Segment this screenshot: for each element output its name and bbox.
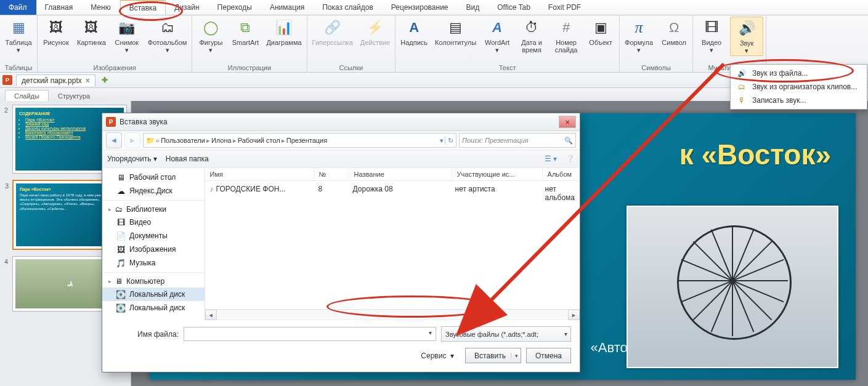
textbox-button[interactable]: AНадпись	[398, 17, 430, 47]
menu-item-record-sound[interactable]: 🎙Записать звук...	[732, 94, 865, 107]
sidebar-item-images[interactable]: 🖼Изображения	[102, 243, 205, 256]
hyperlink-button[interactable]: 🔗Гиперссылка	[310, 17, 355, 47]
sidebar-item-localdisk[interactable]: 💽Локальный диск	[102, 287, 205, 301]
sidebar-item-desktop[interactable]: 🖥Рабочий стол	[102, 171, 205, 184]
ribbon-group-label: Текст	[398, 63, 617, 72]
tab-menu[interactable]: Меню	[82, 0, 120, 15]
tab-review[interactable]: Рецензирование	[383, 0, 458, 15]
file-tab[interactable]: Файл	[0, 0, 36, 15]
dialog-title: Вставка звука	[120, 118, 168, 126]
collapse-icon: ▸	[108, 206, 112, 212]
table-button[interactable]: ▦Таблица ▾	[2, 17, 34, 55]
sidebar-item-yandexdisk[interactable]: ☁Яндекс.Диск	[102, 184, 205, 198]
nav-forward-button[interactable]: ►	[124, 132, 140, 148]
file-list-header[interactable]: Имя № Название Участвующие ис... Альбом	[205, 168, 580, 181]
nav-back-button[interactable]: ◄	[106, 132, 122, 148]
view-tab-outline[interactable]: Структура	[49, 90, 99, 102]
document-tab[interactable]: детский парк.pptx ×	[16, 74, 95, 86]
dialog-close-button[interactable]: ✕	[559, 116, 576, 128]
scroll-left-icon[interactable]: ◄	[205, 310, 217, 320]
ribbon-group-label: Изображения	[40, 63, 189, 72]
col-num[interactable]: №	[314, 168, 349, 180]
chevron-down-icon[interactable]: ▾	[440, 137, 444, 145]
photoalbum-button[interactable]: 🗂Фотоальбом ▾	[145, 17, 190, 55]
powerpoint-icon: P	[106, 117, 116, 127]
col-album[interactable]: Альбом	[543, 168, 580, 180]
refresh-icon[interactable]: ↻	[445, 137, 453, 145]
computer-icon: 🖥	[115, 277, 123, 286]
crumb[interactable]: Презентация	[286, 137, 327, 144]
new-folder-button[interactable]: Новая папка	[166, 155, 209, 163]
new-tab-button[interactable]: ✚	[99, 76, 110, 84]
scroll-track[interactable]	[217, 310, 568, 320]
col-name[interactable]: Имя	[205, 168, 314, 180]
crumb[interactable]: Пользователи	[161, 137, 205, 144]
crumb[interactable]: Илона	[211, 137, 232, 144]
ribbon-group-links: 🔗Гиперссылка ⚡Действие Ссылки	[307, 15, 396, 72]
video-button[interactable]: 🎞Видео ▾	[696, 17, 728, 55]
wordart-button[interactable]: AWordArt ▾	[481, 17, 513, 55]
sidebar-head-libraries[interactable]: ▸🗂Библиотеки	[102, 203, 205, 215]
shapes-button[interactable]: ◯Фигуры ▾	[195, 17, 227, 55]
tab-officetab[interactable]: Office Tab	[489, 0, 540, 15]
headerfooter-button[interactable]: ▤Колонтитулы	[432, 17, 479, 47]
menu-item-sound-from-organizer[interactable]: 🗂Звук из организатора клипов...	[732, 80, 865, 94]
sidebar-item-documents[interactable]: 📄Документы	[102, 229, 205, 243]
dialog-sidebar[interactable]: 🖥Рабочий стол ☁Яндекс.Диск ▸🗂Библиотеки …	[102, 168, 205, 320]
tab-insert[interactable]: Вставка	[120, 0, 166, 15]
action-button[interactable]: ⚡Действие	[358, 17, 392, 47]
slidenum-button[interactable]: #Номер слайда	[550, 17, 582, 55]
col-artist[interactable]: Участвующие ис...	[452, 168, 543, 180]
dialog-titlebar[interactable]: P Вставка звука ✕	[102, 113, 580, 131]
view-options-icon[interactable]: ☰ ▾	[545, 155, 557, 163]
tab-transitions[interactable]: Переходы	[209, 0, 261, 15]
view-tab-slides[interactable]: Слайды	[5, 90, 49, 102]
crumb[interactable]: Рабочий стол	[238, 137, 280, 144]
ribbon-group-text: AНадпись ▤Колонтитулы AWordArt ▾ ⏱Дата и…	[395, 15, 620, 72]
object-button[interactable]: ▣Объект	[585, 17, 617, 47]
sidebar-item-video[interactable]: 🎞Видео	[102, 215, 205, 229]
help-icon[interactable]: ❔	[566, 155, 575, 163]
symbol-button[interactable]: ΩСимвол	[658, 17, 690, 47]
menu-bar: Файл Главная Меню Вставка Дизайн Переход…	[0, 0, 868, 15]
tab-view[interactable]: Вид	[458, 0, 489, 15]
chart-button[interactable]: 📊Диаграмма	[264, 17, 304, 47]
tab-animation[interactable]: Анимация	[261, 0, 314, 15]
tab-foxit[interactable]: Foxit PDF	[540, 0, 590, 15]
smartart-button[interactable]: ⧉SmartArt	[229, 17, 261, 47]
tab-design[interactable]: Дизайн	[166, 0, 208, 15]
datetime-button[interactable]: ⏱Дата и время	[516, 17, 548, 55]
slide-number: 3	[5, 182, 9, 190]
col-title[interactable]: Название	[349, 168, 452, 180]
filename-input[interactable]: ▾	[184, 327, 436, 341]
organize-button[interactable]: Упорядочить ▾	[107, 155, 157, 163]
tab-home[interactable]: Главная	[36, 0, 83, 15]
chevron-down-icon[interactable]: ▾	[429, 329, 432, 336]
sidebar-head-computer[interactable]: ▸🖥Компьютер	[102, 275, 205, 287]
close-document-icon[interactable]: ×	[86, 76, 90, 85]
screenshot-button[interactable]: 📷Снимок ▾	[111, 17, 143, 55]
picture-button[interactable]: 🖼Рисунок	[40, 17, 72, 47]
audio-button[interactable]: 🔊Звук ▾	[730, 17, 763, 56]
ribbon-group-label: Таблицы	[2, 63, 34, 72]
file-filter-combo[interactable]: Звуковые файлы (*.adts;*.adt;	[441, 326, 571, 342]
ribbon-group-label: Иллюстрации	[195, 63, 304, 72]
clipart-button[interactable]: 🖼Картинка	[75, 17, 108, 47]
sidebar-item-music[interactable]: 🎵Музыка	[102, 256, 205, 270]
file-row[interactable]: ♪ГОРОДСКИЕ ФОН... 8 Дорожка 08 нет артис…	[205, 181, 580, 206]
equation-button[interactable]: πФормула ▾	[622, 17, 655, 55]
cancel-button[interactable]: Отмена	[526, 348, 571, 363]
dialog-search-input[interactable]: Поиск: Презентация 🔍	[459, 133, 576, 148]
tools-button[interactable]: Сервис ▾	[421, 352, 454, 360]
chevron-down-icon[interactable]: ▾	[511, 353, 518, 359]
menu-item-sound-from-file[interactable]: 🔊Звук из файла...	[732, 66, 865, 80]
sidebar-item-localdisk[interactable]: 💽Локальный диск	[102, 301, 205, 315]
breadcrumb-bar[interactable]: 📁 « Пользователи▸ Илона▸ Рабочий стол▸ П…	[143, 133, 456, 148]
tab-slideshow[interactable]: Показ слайдов	[314, 0, 383, 15]
file-title: Дорожка 08	[348, 181, 450, 206]
horizontal-scrollbar[interactable]: ◄ ►	[205, 309, 580, 320]
ribbon-group-images: 🖼Рисунок 🖼Картинка 📷Снимок ▾ 🗂Фотоальбом…	[38, 15, 192, 72]
file-list[interactable]: Имя № Название Участвующие ис... Альбом …	[205, 168, 580, 320]
insert-button[interactable]: Вставить▾	[465, 348, 521, 363]
scroll-right-icon[interactable]: ►	[568, 310, 580, 320]
